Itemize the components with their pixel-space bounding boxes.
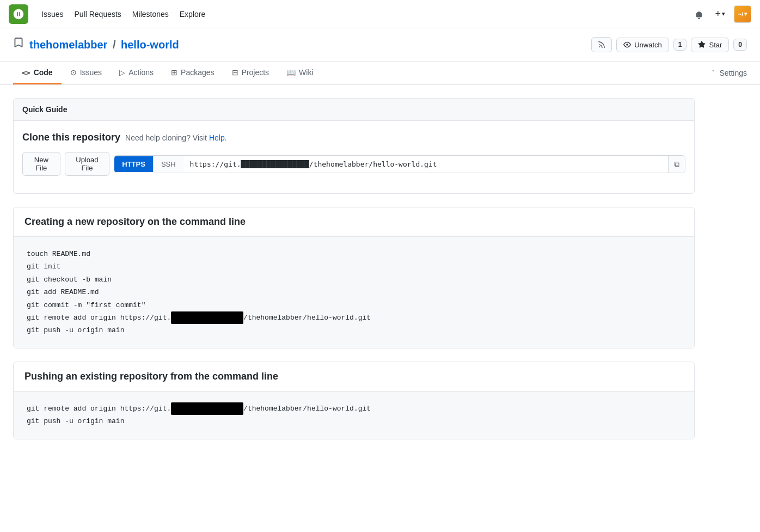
packages-tab-label: Packages xyxy=(181,68,214,77)
tab-issues[interactable]: ⊙ Issues xyxy=(62,62,111,84)
star-button[interactable]: Star xyxy=(691,38,729,52)
new-repo-code-block: touch README.md git init git checkout -b… xyxy=(14,237,694,348)
upload-file-button[interactable]: Upload File xyxy=(65,152,110,176)
code-line-4: git add README.md xyxy=(27,286,681,298)
push-code-line-2: git push -u origin main xyxy=(27,415,681,427)
wiki-tab-label: Wiki xyxy=(299,68,313,77)
notification-bell-button[interactable] xyxy=(692,7,706,21)
repo-icon xyxy=(13,38,24,52)
packages-tab-icon: ⊞ xyxy=(171,68,177,77)
repo-tabs: <> Code ⊙ Issues ▷ Actions ⊞ Packages ⊟ … xyxy=(0,62,760,85)
nav-milestones[interactable]: Milestones xyxy=(132,10,169,19)
nav-explore[interactable]: Explore xyxy=(180,10,205,19)
quick-guide-body: Clone this repository Need help cloning?… xyxy=(14,121,694,193)
repo-owner-name: thehomelabber / hello-world xyxy=(29,39,179,51)
repo-owner-link[interactable]: thehomelabber xyxy=(29,39,107,51)
main-content: Quick Guide Clone this repository Need h… xyxy=(0,85,708,466)
issues-tab-label: Issues xyxy=(80,68,102,77)
unwatch-label: Unwatch xyxy=(634,41,662,49)
top-nav-links: Issues Pull Requests Milestones Explore xyxy=(41,10,679,19)
clone-actions-row: New File Upload File HTTPS SSH ⧉ xyxy=(22,152,685,176)
code-line-6: git remote add origin https://git. /theh… xyxy=(27,311,681,324)
nav-pull-requests[interactable]: Pull Requests xyxy=(74,10,121,19)
push-section: Pushing an existing repository from the … xyxy=(13,362,695,439)
unwatch-count: 1 xyxy=(673,39,687,51)
top-nav-right: + ▾ ~/ ▾ xyxy=(692,5,751,23)
new-repo-section-header: Creating a new repository on the command… xyxy=(14,207,694,237)
new-item-button[interactable]: + ▾ xyxy=(713,6,727,22)
clone-help-text: Need help cloning? Visit Help. xyxy=(125,133,227,142)
wiki-tab-icon: 📖 xyxy=(286,68,296,77)
help-link[interactable]: Help xyxy=(209,133,225,142)
plus-icon: + xyxy=(715,8,721,20)
https-button[interactable]: HTTPS xyxy=(114,156,153,172)
code-line-3: git checkout -b main xyxy=(27,273,681,286)
top-nav: Issues Pull Requests Milestones Explore … xyxy=(0,0,760,28)
code-line-2: git init xyxy=(27,260,681,273)
unwatch-button[interactable]: Unwatch xyxy=(616,38,669,52)
copy-icon: ⧉ xyxy=(674,160,679,168)
settings-link[interactable]: Settings xyxy=(708,62,747,84)
rss-button[interactable] xyxy=(591,37,612,52)
push-code-block: git remote add origin https://git. /theh… xyxy=(14,392,694,439)
code-line-7: git push -u origin main xyxy=(27,324,681,337)
copy-url-button[interactable]: ⧉ xyxy=(668,156,685,173)
clone-title: Clone this repository Need help cloning?… xyxy=(22,132,685,143)
code-tab-icon: <> xyxy=(22,69,30,77)
actions-tab-label: Actions xyxy=(128,68,154,77)
tab-packages[interactable]: ⊞ Packages xyxy=(162,62,223,84)
settings-label: Settings xyxy=(719,69,747,77)
actions-tab-icon: ▷ xyxy=(119,68,125,77)
projects-tab-label: Projects xyxy=(242,68,269,77)
clone-url-input[interactable] xyxy=(183,156,668,172)
push-section-header: Pushing an existing repository from the … xyxy=(14,362,694,392)
repo-header: thehomelabber / hello-world Unwatch 1 St… xyxy=(0,28,760,62)
nav-issues[interactable]: Issues xyxy=(41,10,63,19)
avatar-chevron-icon: ▾ xyxy=(744,11,747,17)
site-logo[interactable] xyxy=(9,4,28,24)
tab-wiki[interactable]: 📖 Wiki xyxy=(278,62,322,84)
repo-name-link[interactable]: hello-world xyxy=(121,39,179,51)
star-count: 0 xyxy=(733,39,747,51)
plus-chevron-icon: ▾ xyxy=(722,10,725,17)
protocol-bar: HTTPS SSH ⧉ xyxy=(114,155,685,173)
tab-code[interactable]: <> Code xyxy=(13,62,62,84)
repo-separator: / xyxy=(109,39,119,51)
ssh-button[interactable]: SSH xyxy=(153,156,183,172)
quick-guide-header: Quick Guide xyxy=(14,99,694,121)
code-tab-label: Code xyxy=(34,68,53,77)
new-file-button[interactable]: New File xyxy=(22,152,60,176)
tab-actions[interactable]: ▷ Actions xyxy=(111,62,162,84)
repo-actions: Unwatch 1 Star 0 xyxy=(591,37,747,52)
repo-title: thehomelabber / hello-world xyxy=(13,38,179,52)
push-code-line-1: git remote add origin https://git. /theh… xyxy=(27,402,681,415)
code-line-1: touch README.md xyxy=(27,248,681,260)
user-avatar[interactable]: ~/ ▾ xyxy=(734,5,751,23)
new-repo-section: Creating a new repository on the command… xyxy=(13,207,695,348)
tabs-left: <> Code ⊙ Issues ▷ Actions ⊞ Packages ⊟ … xyxy=(13,62,322,84)
clone-title-text: Clone this repository xyxy=(22,132,120,143)
code-line-5: git commit -m "first commit" xyxy=(27,299,681,311)
star-label: Star xyxy=(709,41,722,49)
tab-projects[interactable]: ⊟ Projects xyxy=(223,62,278,84)
projects-tab-icon: ⊟ xyxy=(232,68,238,77)
quick-guide-box: Quick Guide Clone this repository Need h… xyxy=(13,98,695,194)
issues-tab-icon: ⊙ xyxy=(70,68,77,77)
